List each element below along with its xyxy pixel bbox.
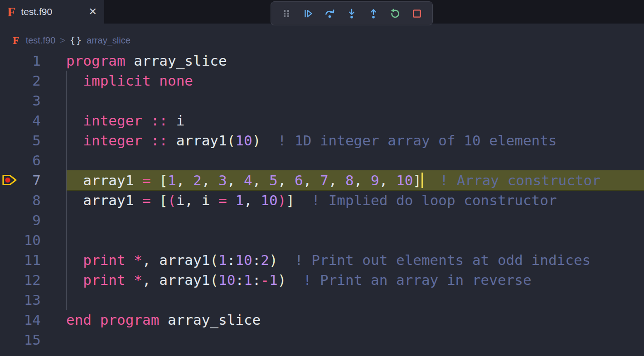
line-number[interactable]: 15 [0,330,66,350]
line-content[interactable] [66,210,644,230]
fortran-file-icon: F [13,34,19,47]
step-over-icon [324,8,336,19]
token: 1 [269,272,278,288]
line-content[interactable]: integer :: array1(10) ! 1D integer array… [66,130,644,150]
line-number[interactable]: 12 [0,270,66,290]
token: : [252,252,261,268]
token [227,192,236,208]
breadcrumb-file[interactable]: test.f90 [26,35,56,46]
code-line[interactable]: 3 [0,91,644,111]
restart-icon [389,8,401,19]
continue-button[interactable] [297,4,319,24]
close-tab-icon[interactable]: ✕ [89,7,97,17]
code-line[interactable]: 14end program array_slice [0,310,644,330]
code-line[interactable]: 7 array1 = [1, 2, 3, 4, 5, 6, 7, 8, 9, 1… [0,170,644,190]
token: , [303,172,320,188]
line-number[interactable]: 14 [0,310,66,330]
line-content[interactable] [66,230,644,250]
code-line[interactable]: 8 array1 = [(i, i = 1, 10)] ! Implied do… [0,190,644,210]
line-content[interactable]: print *, array1(10:1:-1) ! Print an arra… [66,270,644,290]
code-line[interactable]: 1program array_slice [0,51,644,71]
tab-title: test.f90 [21,6,52,17]
line-number[interactable]: 1 [0,51,66,71]
token [142,132,151,149]
symbol-braces-icon: {} [70,35,82,46]
line-number[interactable]: 10 [0,230,66,250]
code-line[interactable]: 11 print *, array1(1:10:2) ! Print out e… [0,250,644,270]
line-number[interactable]: 2 [0,71,66,91]
code-line[interactable]: 15 [0,330,644,350]
code-line[interactable]: 12 print *, array1(10:1:-1) ! Print an a… [0,270,644,290]
breadcrumb-symbol[interactable]: array_slice [87,35,131,46]
code-line[interactable]: 6 [0,150,644,170]
token: 10 [235,132,252,149]
token: 1 [168,172,176,188]
code-editor[interactable]: 1program array_slice2 implicit none34 in… [0,51,644,350]
toolbar-drag-handle[interactable] [276,4,297,24]
line-number[interactable]: 9 [0,210,66,230]
token: 4 [244,172,252,188]
token: ! Implied do loop constructor [295,192,557,208]
token: 10 [235,252,252,268]
token: 1 [218,252,227,268]
line-content[interactable] [66,290,644,310]
line-number[interactable]: 3 [0,91,66,111]
token: , [379,172,396,188]
token: [ [159,192,168,208]
line-content[interactable]: print *, array1(1:10:2) ! Print out elem… [66,250,644,270]
token: ( [210,252,218,268]
stop-button[interactable] [406,4,428,24]
token [66,132,83,149]
step-over-button[interactable] [319,4,341,24]
line-content[interactable]: program array_slice [66,51,644,71]
token: , [278,172,295,188]
line-content[interactable] [66,150,644,170]
line-number[interactable]: 13 [0,290,66,310]
token: 2 [193,172,202,188]
code-line[interactable]: 13 [0,290,644,310]
line-content[interactable] [66,91,644,111]
token: , [354,172,371,188]
token [126,272,134,288]
line-content[interactable]: array1 = [(i, i = 1, 10)] ! Implied do l… [66,190,644,210]
line-content[interactable]: end program array_slice [66,310,644,330]
token: program [66,53,126,69]
line-number[interactable]: 11 [0,250,66,270]
token: array_slice [126,53,227,69]
token: ! 1D integer array of 10 elements [261,132,557,149]
line-content[interactable]: implicit none [66,71,644,91]
restart-button[interactable] [384,4,406,24]
code-line[interactable]: 2 implicit none [0,71,644,91]
token: ! Print out elements at odd indices [278,252,591,268]
step-out-button[interactable] [363,4,384,24]
token: array_slice [159,312,261,328]
line-number[interactable]: 8 [0,190,66,210]
code-line[interactable]: 10 [0,230,644,250]
token: ] [286,192,295,208]
token: 10 [218,272,235,288]
stop-icon [411,8,423,19]
token: 1 [235,192,244,208]
token: 5 [269,172,278,188]
token: * [134,272,142,288]
line-content[interactable] [66,330,644,350]
breadcrumb: F test.f90 > {} array_slice [13,33,131,48]
line-content[interactable]: array1 = [1, 2, 3, 4, 5, 6, 7, 8, 9, 10]… [66,170,644,190]
tab-test-f90[interactable]: F test.f90 ✕ [0,0,104,24]
token: , array1 [142,272,210,288]
code-line[interactable]: 4 integer :: i [0,111,644,130]
line-number[interactable]: 4 [0,111,66,130]
step-into-button[interactable] [341,4,363,24]
debug-current-line-breakpoint-icon[interactable] [1,173,19,187]
token: = [218,192,227,208]
code-line[interactable]: 9 [0,210,644,230]
line-content[interactable]: integer :: i [66,111,644,130]
token [66,272,83,288]
token: 7 [320,172,329,188]
line-number[interactable]: 6 [0,150,66,170]
token: array1 [66,172,142,188]
code-line[interactable]: 5 integer :: array1(10) ! 1D integer arr… [0,130,644,150]
line-number[interactable]: 5 [0,130,66,150]
token: , [202,172,218,188]
token: : [252,272,261,288]
